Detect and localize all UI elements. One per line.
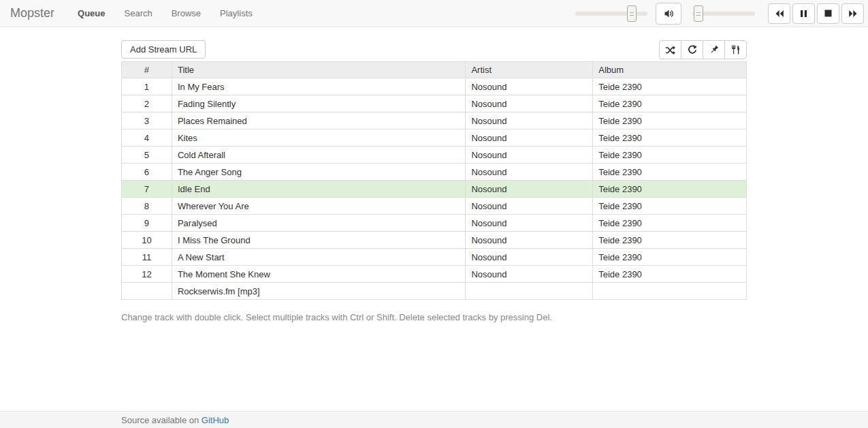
cell-track-number: 8 — [122, 198, 172, 215]
queue-table-body: 1 In My Fears Nosound Teide 2390 2 Fadin… — [122, 78, 747, 300]
mute-button[interactable] — [656, 3, 681, 25]
table-row[interactable]: Rockserwis.fm [mp3] — [122, 283, 747, 300]
cell-track-number: 11 — [122, 249, 172, 266]
cell-track-title: Idle End — [172, 181, 466, 198]
table-row[interactable]: 9 Paralysed Nosound Teide 2390 — [122, 215, 747, 232]
cell-track-album: Teide 2390 — [593, 95, 747, 112]
consume-button[interactable] — [724, 40, 747, 59]
slider-grip — [630, 12, 634, 16]
table-row[interactable]: 3 Places Remained Nosound Teide 2390 — [122, 112, 747, 129]
table-row[interactable]: 4 Kites Nosound Teide 2390 — [122, 129, 747, 147]
cell-track-title: Cold Afterall — [172, 147, 466, 164]
cell-track-album: Teide 2390 — [593, 266, 747, 283]
table-row[interactable]: 2 Fading Silently Nosound Teide 2390 — [122, 95, 747, 112]
repeat-icon — [688, 45, 697, 55]
cell-track-artist: Nosound — [466, 147, 593, 164]
queue-toolbar: Add Stream URL — [121, 40, 747, 59]
cell-track-title: Kites — [172, 129, 466, 147]
next-button[interactable] — [841, 3, 864, 24]
tab-browse[interactable]: Browse — [162, 0, 210, 27]
add-stream-url-button[interactable]: Add Stream URL — [121, 40, 206, 59]
cell-track-artist: Nosound — [466, 232, 593, 249]
slider-grip — [696, 12, 701, 16]
tab-search[interactable]: Search — [115, 0, 162, 27]
github-link[interactable]: GitHub — [202, 415, 229, 425]
tab-queue-label[interactable]: Queue — [68, 0, 114, 27]
cell-track-album: Teide 2390 — [593, 129, 747, 147]
brand[interactable]: Mopster — [10, 6, 68, 20]
cell-track-album: Teide 2390 — [593, 215, 747, 232]
table-row[interactable]: 6 The Anger Song Nosound Teide 2390 — [122, 164, 747, 181]
speaker-icon — [664, 9, 674, 18]
cell-track-title: The Anger Song — [172, 164, 466, 181]
pause-icon — [800, 10, 807, 18]
cell-track-artist: Nosound — [466, 95, 593, 112]
cell-track-title: A New Start — [172, 249, 466, 266]
volume-slider-handle[interactable] — [627, 5, 637, 22]
cell-track-number: 4 — [122, 129, 172, 147]
column-header-album[interactable]: Album — [593, 62, 747, 78]
cell-track-title: Paralysed — [172, 215, 466, 232]
cell-track-album: Teide 2390 — [593, 249, 747, 266]
shuffle-icon — [665, 46, 675, 55]
table-row[interactable]: 10 I Miss The Ground Nosound Teide 2390 — [122, 232, 747, 249]
seek-slider-handle[interactable] — [694, 5, 703, 22]
tab-browse-label[interactable]: Browse — [162, 0, 210, 27]
transport-buttons — [766, 3, 864, 24]
tab-playlists[interactable]: Playlists — [210, 0, 262, 27]
column-header-title[interactable]: Title — [172, 62, 466, 78]
cell-track-title: Fading Silently — [172, 95, 466, 112]
cell-track-number — [122, 283, 172, 300]
repeat-button[interactable] — [681, 40, 703, 59]
column-header-artist[interactable]: Artist — [466, 62, 593, 78]
stop-icon — [824, 10, 832, 17]
volume-slider[interactable] — [575, 3, 647, 25]
stop-button[interactable] — [817, 3, 839, 24]
table-row[interactable]: 1 In My Fears Nosound Teide 2390 — [122, 78, 747, 95]
cell-track-album — [593, 283, 747, 300]
table-row[interactable]: 8 Wherever You Are Nosound Teide 2390 — [122, 198, 747, 215]
cell-track-title: Rockserwis.fm [mp3] — [172, 283, 466, 300]
cell-track-number: 1 — [122, 78, 172, 95]
cell-track-number: 12 — [122, 266, 172, 283]
queue-table-header-row: # Title Artist Album — [122, 62, 747, 78]
cutlery-icon — [731, 45, 740, 55]
help-text: Change track with double click. Select m… — [121, 312, 747, 322]
table-row[interactable]: 11 A New Start Nosound Teide 2390 — [122, 249, 747, 266]
player-controls — [575, 3, 864, 25]
pin-button[interactable] — [703, 40, 725, 59]
cell-track-album: Teide 2390 — [593, 164, 747, 181]
cell-track-album: Teide 2390 — [593, 78, 747, 95]
tab-playlists-label[interactable]: Playlists — [210, 0, 262, 27]
cell-track-artist: Nosound — [466, 129, 593, 147]
tab-queue[interactable]: Queue — [68, 0, 114, 27]
cell-track-artist — [466, 283, 593, 300]
cell-track-number: 7 — [122, 181, 172, 198]
tab-search-label[interactable]: Search — [115, 0, 162, 27]
cell-track-title: The Moment She Knew — [172, 266, 466, 283]
column-header-num[interactable]: # — [122, 62, 172, 78]
footer: Source available on GitHub — [0, 411, 868, 428]
shuffle-button[interactable] — [659, 40, 681, 59]
cell-track-artist: Nosound — [466, 266, 593, 283]
cell-track-artist: Nosound — [466, 249, 593, 266]
table-row[interactable]: 7 Idle End Nosound Teide 2390 — [122, 181, 747, 198]
cell-track-artist: Nosound — [466, 181, 593, 198]
main-nav: Queue Search Browse Playlists — [68, 0, 262, 27]
fast-forward-icon — [848, 10, 858, 18]
seek-slider[interactable] — [692, 3, 755, 25]
cell-track-number: 9 — [122, 215, 172, 232]
cell-track-artist: Nosound — [466, 198, 593, 215]
table-row[interactable]: 12 The Moment She Knew Nosound Teide 239… — [122, 266, 747, 283]
pause-button[interactable] — [792, 3, 815, 24]
footer-text: Source available on — [121, 415, 202, 425]
volume-slider-track[interactable] — [575, 12, 647, 16]
cell-track-artist: Nosound — [466, 112, 593, 129]
cell-track-title: In My Fears — [172, 78, 466, 95]
cell-track-album: Teide 2390 — [593, 112, 747, 129]
previous-button[interactable] — [768, 3, 790, 24]
table-row[interactable]: 5 Cold Afterall Nosound Teide 2390 — [122, 147, 747, 164]
cell-track-number: 3 — [122, 112, 172, 129]
cell-track-artist: Nosound — [466, 164, 593, 181]
cell-track-number: 10 — [122, 232, 172, 249]
